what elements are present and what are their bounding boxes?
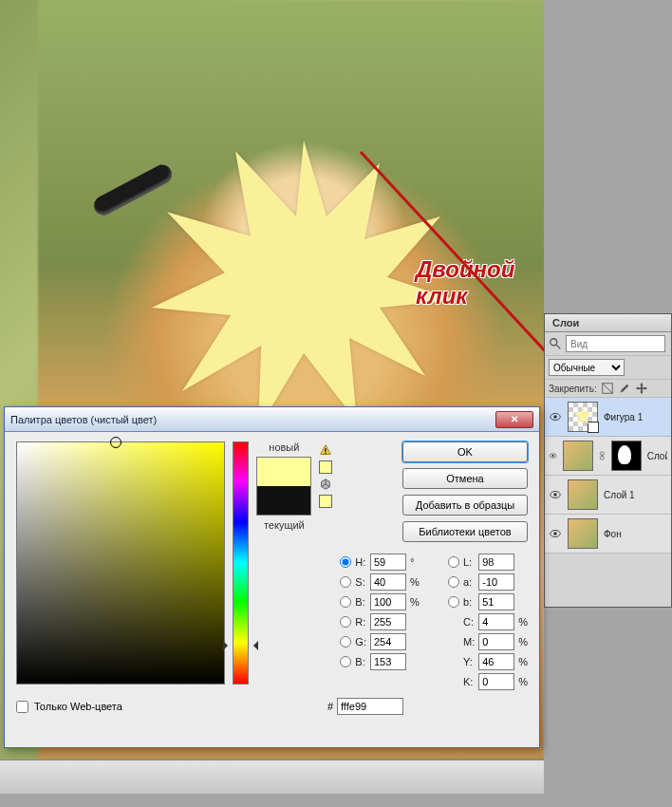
dialog-titlebar[interactable]: Палитра цветов (чистый цвет) ✕: [5, 407, 539, 432]
layer-thumbnail[interactable]: [563, 441, 593, 471]
mode-b2-radio[interactable]: [448, 596, 459, 608]
add-swatch-button[interactable]: Добавить в образцы: [402, 495, 528, 516]
pct-unit: %: [410, 596, 423, 608]
layer-thumbnail[interactable]: [568, 402, 598, 432]
gamut-swatch[interactable]: [319, 460, 332, 474]
g-input[interactable]: [370, 633, 406, 650]
warning-column: [319, 443, 332, 690]
c-input[interactable]: [478, 613, 514, 630]
m-label: M:: [463, 636, 475, 647]
r-label: R:: [355, 616, 366, 628]
blend-mode-select[interactable]: Обычные: [549, 359, 625, 376]
mode-g-radio[interactable]: [340, 636, 351, 647]
move-icon[interactable]: [635, 382, 648, 395]
b3-input[interactable]: [370, 653, 406, 670]
svg-point-16: [553, 532, 557, 535]
h-input[interactable]: [370, 554, 406, 571]
brush-icon[interactable]: [618, 382, 631, 395]
svg-rect-18: [325, 453, 327, 454]
color-picker-dialog: Палитра цветов (чистый цвет) ✕ новый тек…: [4, 406, 540, 748]
mode-b3-radio[interactable]: [340, 656, 351, 667]
svg-marker-0: [152, 141, 456, 429]
hex-input[interactable]: [337, 698, 403, 715]
l-label: L:: [463, 556, 475, 568]
layer-row-background[interactable]: Фон: [545, 515, 671, 554]
s-input[interactable]: [370, 573, 406, 591]
layers-tab[interactable]: Слои: [545, 314, 671, 332]
a-label: a:: [463, 576, 475, 588]
layer-mask-thumbnail[interactable]: [611, 441, 642, 471]
layer-row-photo[interactable]: Слой 1: [545, 476, 671, 515]
web-only-checkbox[interactable]: [16, 701, 28, 713]
c-label: C:: [463, 616, 475, 628]
swatch-column: новый текущий: [256, 441, 311, 690]
svg-line-3: [556, 345, 560, 348]
mode-a-radio[interactable]: [448, 576, 459, 588]
s-label: S:: [355, 576, 366, 588]
color-values-grid: H:° L: S:% a: B:% b: R: C:% G: M:% B: Y:…: [340, 554, 528, 690]
layer-name: Слой 1: [604, 490, 635, 500]
svg-point-14: [553, 493, 557, 497]
r-input[interactable]: [370, 613, 406, 630]
ok-button[interactable]: OK: [402, 441, 528, 462]
m-input[interactable]: [478, 633, 514, 650]
lock-label: Закрепить:: [549, 384, 597, 394]
layer-filter-input[interactable]: [566, 335, 665, 352]
hue-slider[interactable]: [233, 441, 249, 685]
visibility-icon[interactable]: [549, 449, 557, 462]
color-field[interactable]: [16, 441, 225, 685]
deg-unit: °: [410, 556, 423, 568]
svg-point-7: [553, 415, 557, 419]
y-input[interactable]: [478, 653, 514, 670]
pct-unit: %: [518, 656, 528, 667]
cancel-button[interactable]: Отмена: [402, 468, 528, 489]
l-input[interactable]: [478, 554, 514, 571]
gamut-warning-icon[interactable]: [319, 443, 332, 457]
dialog-title: Палитра цветов (чистый цвет): [10, 414, 495, 425]
k-input[interactable]: [478, 673, 514, 690]
layer-name: Фигура 1: [604, 412, 643, 422]
mode-s-radio[interactable]: [340, 576, 351, 588]
bb-label: B:: [355, 596, 366, 608]
websafe-swatch[interactable]: [319, 495, 332, 508]
g-label: G:: [355, 636, 366, 647]
layers-panel: Слои Обычные Закрепить: Фигура 1 Слой 2 …: [544, 313, 672, 608]
color-libraries-button[interactable]: Библиотеки цветов: [402, 521, 528, 542]
b2-input[interactable]: [478, 593, 514, 610]
visibility-icon[interactable]: [549, 488, 562, 501]
bb-input[interactable]: [370, 593, 406, 610]
search-icon: [549, 337, 562, 350]
visibility-icon[interactable]: [549, 527, 562, 540]
new-label: новый: [269, 441, 299, 453]
layer-name: Слой 2: [647, 451, 667, 461]
mode-h-radio[interactable]: [340, 556, 351, 568]
websafe-warning-icon[interactable]: [319, 478, 332, 491]
mode-b-radio[interactable]: [340, 596, 351, 608]
current-label: текущий: [264, 519, 305, 531]
svg-line-5: [602, 384, 612, 394]
link-icon: [599, 448, 606, 463]
mode-l-radio[interactable]: [448, 556, 459, 568]
pct-unit: %: [410, 576, 423, 588]
k-label: K:: [463, 676, 475, 687]
a-input[interactable]: [478, 573, 514, 591]
new-color-swatch: [257, 458, 310, 486]
lock-row: Закрепить:: [545, 380, 671, 398]
layer-row-masked[interactable]: Слой 2: [545, 437, 671, 476]
current-color-swatch: [257, 486, 310, 515]
layer-thumbnail[interactable]: [568, 518, 598, 549]
visibility-icon[interactable]: [549, 410, 562, 423]
lock-pixels-icon[interactable]: [601, 382, 614, 395]
close-button[interactable]: ✕: [495, 411, 533, 428]
b2-label: b:: [463, 596, 475, 608]
picker-ring-icon: [110, 437, 121, 448]
pct-unit: %: [518, 676, 528, 687]
layer-thumbnail[interactable]: [568, 479, 598, 510]
pct-unit: %: [518, 616, 528, 628]
layer-row-shape[interactable]: Фигура 1: [545, 398, 671, 437]
mode-r-radio[interactable]: [340, 616, 351, 628]
annotation-text: Двойной клик: [416, 256, 544, 310]
status-bar: [0, 760, 544, 794]
svg-rect-17: [325, 448, 327, 452]
hash-label: #: [327, 701, 333, 712]
